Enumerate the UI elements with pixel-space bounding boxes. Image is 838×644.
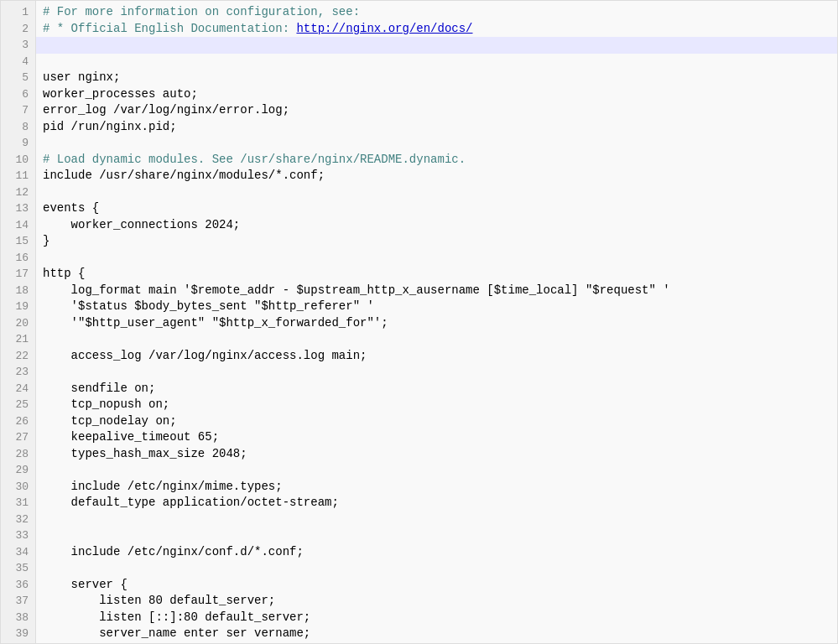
code-line: # * Official English Documentation: http… — [36, 21, 837, 38]
code-line: error_log /var/log/nginx/error.log; — [36, 102, 837, 119]
line-number: 29 — [1, 462, 35, 479]
code-line: log_format main '$remote_addr - $upstrea… — [36, 283, 837, 299]
line-number: 28 — [1, 446, 35, 463]
code-editor[interactable]: 1234567891011121314151617181920212223242… — [0, 0, 838, 644]
code-line — [36, 364, 837, 381]
line-number: 6 — [1, 86, 35, 103]
code-line: } — [36, 233, 837, 250]
line-number: 19 — [1, 299, 35, 315]
line-number: 3 — [1, 37, 35, 54]
line-number: 26 — [1, 413, 35, 430]
code-line: include /usr/share/nginx/modules/*.conf; — [36, 168, 837, 184]
code-line: http { — [36, 266, 837, 283]
code-line: include /etc/nginx/conf.d/*.conf; — [36, 544, 837, 561]
line-number: 23 — [1, 364, 35, 381]
code-line: worker_processes auto; — [36, 86, 837, 103]
line-number: 30 — [1, 479, 35, 496]
code-line: keepalive_timeout 65; — [36, 429, 837, 446]
line-number: 35 — [1, 560, 35, 577]
code-area: 1234567891011121314151617181920212223242… — [1, 1, 837, 643]
code-line — [36, 462, 837, 479]
line-number: 5 — [1, 70, 35, 86]
line-number: 11 — [1, 168, 35, 184]
line-number: 34 — [1, 544, 35, 561]
code-line: types_hash_max_size 2048; — [36, 446, 837, 463]
code-line: include /etc/nginx/mime.types; — [36, 479, 837, 496]
code-line: events { — [36, 200, 837, 217]
code-line — [36, 331, 837, 348]
line-number: 33 — [1, 527, 35, 544]
code-line: listen 80 default_server; — [36, 593, 837, 610]
code-line: '$status $body_bytes_sent "$http_referer… — [36, 299, 837, 315]
line-number: 22 — [1, 348, 35, 365]
line-number: 17 — [1, 266, 35, 283]
code-line — [36, 37, 837, 54]
line-number: 4 — [1, 54, 35, 70]
line-number: 21 — [1, 331, 35, 348]
line-number: 39 — [1, 626, 35, 642]
line-numbers: 1234567891011121314151617181920212223242… — [1, 1, 36, 643]
code-line — [36, 250, 837, 267]
line-number: 16 — [1, 250, 35, 267]
line-number: 8 — [1, 119, 35, 136]
line-number: 13 — [1, 200, 35, 217]
code-line: tcp_nopush on; — [36, 397, 837, 413]
line-number: 37 — [1, 593, 35, 610]
code-line: # For more information on configuration,… — [36, 4, 837, 21]
code-line — [36, 560, 837, 577]
line-number: 10 — [1, 152, 35, 169]
line-number: 31 — [1, 495, 35, 512]
code-line: '"$http_user_agent" "$http_x_forwarded_f… — [36, 315, 837, 332]
line-number: 2 — [1, 21, 35, 38]
line-number: 1 — [1, 4, 35, 21]
code-line — [36, 184, 837, 201]
line-number: 7 — [1, 102, 35, 119]
code-line: listen [::]:80 default_server; — [36, 610, 837, 626]
line-number: 14 — [1, 217, 35, 234]
code-line: pid /run/nginx.pid; — [36, 119, 837, 136]
line-number: 20 — [1, 315, 35, 332]
code-line — [36, 512, 837, 528]
code-line — [36, 527, 837, 544]
code-line: server_name enter ser vername; — [36, 626, 837, 642]
line-number: 18 — [1, 283, 35, 299]
line-number: 36 — [1, 577, 35, 594]
code-line: default_type application/octet-stream; — [36, 495, 837, 512]
code-line: sendfile on; — [36, 381, 837, 397]
code-line: tcp_nodelay on; — [36, 413, 837, 430]
code-line: server { — [36, 577, 837, 594]
code-line: access_log /var/log/nginx/access.log mai… — [36, 348, 837, 365]
code-line: # Load dynamic modules. See /usr/share/n… — [36, 152, 837, 169]
code-line — [36, 54, 837, 70]
line-number: 9 — [1, 135, 35, 152]
code-line — [36, 135, 837, 152]
line-number: 15 — [1, 233, 35, 250]
code-line: worker_connections 2024; — [36, 217, 837, 234]
code-content[interactable]: # For more information on configuration,… — [36, 1, 837, 643]
line-number: 25 — [1, 397, 35, 413]
line-number: 38 — [1, 610, 35, 626]
code-line: user nginx; — [36, 70, 837, 86]
line-number: 12 — [1, 184, 35, 201]
line-number: 24 — [1, 381, 35, 397]
line-number: 32 — [1, 512, 35, 528]
line-number: 27 — [1, 429, 35, 446]
